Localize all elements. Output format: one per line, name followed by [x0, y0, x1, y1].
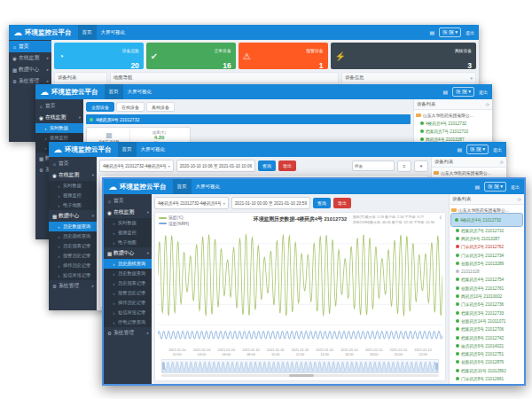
sidebar-item[interactable]: › 视频监控 [104, 228, 152, 238]
legend-item-temperature[interactable]: 温度(℃) [159, 215, 189, 220]
nav-bigscreen[interactable]: 大屏可视化 [97, 25, 130, 40]
sidebar-item[interactable]: › 实时数据 [104, 218, 152, 228]
nav-bigscreen[interactable]: 大屏可视化 [137, 142, 170, 157]
tree-device-item[interactable]: 病房药房6号 21014021 [451, 341, 522, 349]
tree-device-item[interactable]: 创新药房5号 21013289 [451, 259, 522, 267]
sidebar-item[interactable]: ◉ 在线监测 ▾ [104, 207, 152, 218]
tree-device-item[interactable]: 西药房10号 21010002 [451, 292, 522, 300]
logout-button[interactable]: 退出 [493, 147, 502, 153]
sidebar-item[interactable]: › 短信发送记录 [49, 270, 97, 280]
logout-button[interactable]: 退出 [511, 184, 520, 190]
device-select[interactable]: 4楼药房4号 21012732-4楼药房4号 ▾ [154, 197, 229, 209]
message-icon[interactable]: ▤ [475, 184, 481, 190]
date-range-input[interactable]: 2020-10-10 10:06 至 2021-01-10 10:06 [176, 160, 255, 172]
collapse-icon[interactable]: ▾ [470, 75, 473, 81]
tree-device-item[interactable]: 档案药房10号 21012562 [451, 366, 522, 374]
sidebar-item[interactable]: › 报警历史记录 [104, 288, 152, 298]
nav-bigscreen[interactable]: 大屏可视化 [192, 179, 225, 194]
sidebar-item[interactable]: ◉ 在线监测 ▸ [9, 52, 51, 64]
query-button[interactable]: 查询 [313, 198, 331, 208]
horizontal-scrollbar[interactable] [161, 374, 439, 377]
sidebar-item[interactable]: ⌂ 首页 [35, 100, 83, 112]
chart-plot-area[interactable] [158, 223, 442, 348]
tree-device-item[interactable]: 档案药房4号 21012754 [451, 276, 522, 284]
sidebar-item[interactable]: › 历史数据查询 [49, 222, 97, 231]
tree-device-item[interactable]: 门诊药房6号 21012736 [451, 301, 522, 309]
chart-datazoom-navigator[interactable] [161, 359, 439, 373]
sidebar-item[interactable]: › 操作历史记录 [49, 261, 97, 270]
tree-device-item[interactable]: 创新药房4号 21012761 [451, 284, 522, 292]
logout-button[interactable]: 退出 [479, 90, 488, 95]
legend-item-humidity[interactable]: 湿度(%RH) [159, 222, 189, 226]
tree-device-item[interactable]: 档案药房8号 21012742 [451, 333, 522, 341]
sidebar-item[interactable]: › 电子地图 [104, 238, 152, 247]
nav-home[interactable]: 首页 [105, 84, 123, 99]
sidebar-item[interactable]: ▦ 数据中心 ▾ [49, 210, 97, 222]
sidebar-item[interactable]: › 实时数据 [35, 123, 83, 133]
sidebar-item[interactable]: › 历史曲线查询 [49, 231, 97, 241]
sidebar-item[interactable]: ▦ 数据中心 ▾ [104, 247, 152, 259]
device-group-bar[interactable]: 4楼药房4号 21012732 [86, 114, 411, 124]
message-icon[interactable]: ▤ [430, 29, 435, 35]
sidebar-item[interactable]: › 操作历史记录 [104, 298, 152, 308]
sidebar-item[interactable]: › 短信发送记录 [104, 308, 152, 317]
filter-tab[interactable]: 全部设备 [86, 102, 114, 112]
message-icon[interactable]: ▤ [458, 146, 463, 153]
refresh-icon[interactable]: ⟳ [518, 197, 521, 202]
tree-device-item[interactable]: 21011028 [451, 267, 522, 275]
tree-device-item[interactable]: 创新药房15号 21012066 [451, 383, 522, 384]
search-input[interactable] [352, 160, 395, 171]
tree-device-item[interactable]: 档案药房5号 21012706 [451, 325, 522, 333]
sidebar-item[interactable]: ⌂ 首页 [9, 41, 51, 52]
tree-device-item[interactable]: 门诊药房3号 21012734 [451, 251, 522, 259]
tree-device-item[interactable]: 档案药房9号 21012751 [451, 349, 522, 357]
sidebar-item[interactable]: › 历史报表记录 [49, 241, 97, 251]
sidebar-item[interactable]: › 历史曲线查询 [104, 259, 152, 269]
refresh-icon[interactable]: ⟳ [486, 102, 489, 107]
user-menu[interactable]: 医 院 ▾ [466, 145, 489, 154]
user-menu[interactable]: 医 院 ▾ [484, 182, 506, 192]
date-range-input[interactable]: 2021-01-10 00:00 至 2021-01-10 23:59 [231, 197, 310, 209]
refresh-icon[interactable]: ⟳ [500, 160, 504, 165]
save-image-icon[interactable]: ⇓ [438, 215, 442, 220]
sidebar-item[interactable]: ▦ 数据中心 ▸ [9, 64, 51, 75]
tree-device-item[interactable]: 门诊药房8号 21012661 [451, 374, 522, 382]
tree-device-item[interactable]: 创新药房6号 21012876 [451, 358, 522, 366]
scrollbar-thumb[interactable] [289, 374, 314, 377]
user-filter-icon[interactable]: ▾ [414, 160, 428, 172]
logout-button[interactable]: 退出 [466, 30, 474, 35]
sidebar-item[interactable]: › 电子地图 [49, 200, 97, 210]
tree-device-item[interactable]: 西药房4号 21013287 [451, 234, 522, 242]
nav-home[interactable]: 首页 [173, 179, 192, 194]
tree-device-item[interactable]: 门诊药房2号 21012762 [451, 243, 522, 251]
query-button[interactable]: 查询 [258, 160, 276, 171]
tree-device-item[interactable]: 档案药房7号 21012710 [416, 127, 490, 135]
column-list-icon[interactable]: ≡ [397, 160, 411, 172]
sidebar-item[interactable]: ⌂ 首页 [104, 195, 152, 207]
device-select[interactable]: 4楼药房4号 21012732-4楼药房4号 ▾ [99, 160, 174, 172]
tree-device-item[interactable]: 创新药房14号 21011071 [451, 317, 522, 325]
sidebar-item[interactable]: ⌂ 首页 [49, 158, 97, 169]
sidebar-item[interactable]: › 历史报表记录 [104, 278, 152, 288]
tree-device-item[interactable]: 档案药房3号 21012733 [451, 309, 522, 317]
tree-root[interactable]: 山东大华医药集团有限公... [451, 206, 522, 214]
sidebar-item[interactable]: ◉ 在线监测 ▾ [49, 169, 97, 181]
export-button[interactable]: 导出 [278, 160, 296, 171]
tree-device-item[interactable]: 档案药房7号 21012710 [451, 226, 522, 234]
sidebar-item[interactable]: ◉ 在线监测 ▾ [35, 112, 83, 123]
filter-tab[interactable]: 离线设备 [146, 102, 175, 112]
sidebar-item[interactable]: › 历史数据查询 [104, 269, 152, 278]
sidebar-item[interactable]: ⚙ 系统管理 ▸ [49, 280, 97, 292]
user-menu[interactable]: 医 院 ▾ [439, 27, 461, 37]
sidebar-item[interactable]: › 停电记录查询 [104, 317, 152, 327]
sidebar-item[interactable]: › 报警历史记录 [49, 251, 97, 261]
tree-device-item[interactable]: 4楼药房4号 21012732 [451, 214, 522, 226]
nav-bigscreen[interactable]: 大屏可视化 [123, 84, 157, 99]
tree-root[interactable]: 山东大华医药集团有限公... [416, 111, 490, 119]
user-menu[interactable]: 医 院 ▾ [452, 87, 474, 97]
tree-root[interactable]: 山东大华医药集团有限公... [434, 168, 505, 176]
filter-tab[interactable]: 在线设备 [116, 102, 145, 112]
tree-device-item[interactable]: 4楼药房4号 21012732 [416, 119, 490, 127]
export-button[interactable]: 导出 [333, 198, 351, 208]
nav-home[interactable]: 首页 [118, 142, 137, 157]
